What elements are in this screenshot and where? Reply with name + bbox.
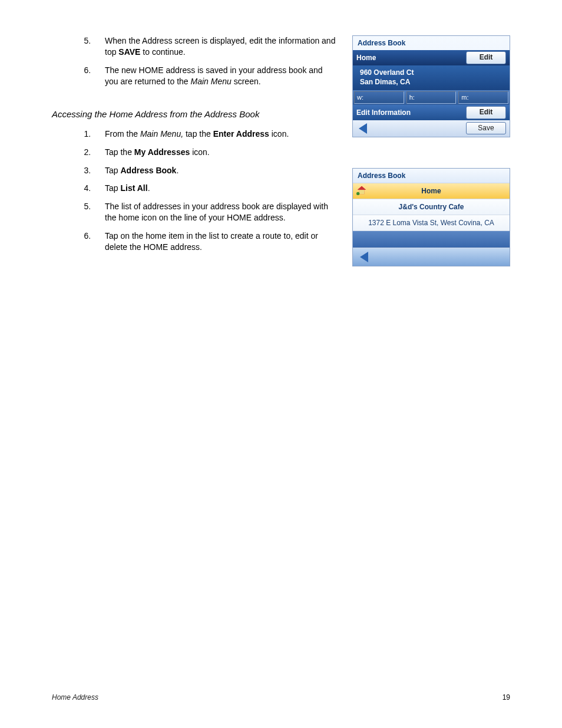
step-b2-pre: Tap the <box>105 147 134 157</box>
fig1-edit-button-2[interactable]: Edit <box>466 106 506 119</box>
step-b1-mid: tap the <box>183 129 213 139</box>
fig2-row-empty <box>353 231 510 248</box>
fig1-home-label: Home <box>356 53 376 62</box>
footer-page-number: 19 <box>503 693 510 702</box>
step-b1-post: icon. <box>269 129 289 139</box>
fig1-save-button[interactable]: Save <box>466 122 506 135</box>
svg-rect-2 <box>359 190 365 194</box>
back-icon[interactable] <box>360 252 368 262</box>
footer-section: Home Address <box>52 693 98 702</box>
step-b4-bold: List All <box>120 183 147 193</box>
fig1-phone-mobile[interactable]: m: <box>458 91 508 104</box>
fig1-addr-line2: San Dimas, CA <box>360 77 503 87</box>
fig1-edit-info-label: Edit Information <box>356 108 411 117</box>
svg-marker-1 <box>358 186 366 190</box>
fig1-address: 960 Overland Ct San Dimas, CA <box>353 65 510 90</box>
step-b3: Tap Address Book. <box>93 165 338 176</box>
step-b3-post: . <box>176 166 178 175</box>
step-b3-bold: Address Book <box>120 166 176 175</box>
step-b1-pre: From the <box>105 129 140 139</box>
step-b4: Tap List All. <box>93 183 338 194</box>
step-a6-ital: Main Menu <box>191 77 232 86</box>
step-b1: From the Main Menu, tap the Enter Addres… <box>93 129 338 140</box>
step-a5-post: to continue. <box>140 47 185 57</box>
fig1-phone-work[interactable]: w: <box>354 91 404 104</box>
figure-address-book-list: Address Book Home J&d's Country Cafe 137… <box>352 168 510 267</box>
page-footer: Home Address 19 <box>52 693 510 702</box>
step-b4-pre: Tap <box>105 183 120 193</box>
section-heading: Accessing the Home Address from the Addr… <box>52 108 338 120</box>
step-b3-pre: Tap <box>105 166 120 175</box>
step-b2-bold: My Addresses <box>134 147 190 157</box>
step-a5-bold: SAVE <box>118 47 140 57</box>
step-b5: The list of addresses in your address bo… <box>93 201 338 223</box>
step-a5: When the Address screen is displayed, ed… <box>93 35 338 58</box>
fig2-row-home[interactable]: Home <box>353 183 510 199</box>
step-b2: Tap the My Addresses icon. <box>93 147 338 158</box>
svg-point-3 <box>356 192 359 195</box>
step-b2-post: icon. <box>190 147 209 157</box>
step-b1-bold: Enter Address <box>213 129 269 139</box>
step-a6: The new HOME address is saved in your ad… <box>93 65 338 87</box>
fig1-addr-line1: 960 Overland Ct <box>360 68 503 77</box>
fig2-title: Address Book <box>353 169 510 183</box>
step-b1-ital: Main Menu, <box>140 129 183 139</box>
fig2-row-addr[interactable]: 1372 E Loma Vista St, West Covina, CA <box>353 215 510 231</box>
step-b4-post: . <box>148 183 150 193</box>
back-icon[interactable] <box>359 123 367 134</box>
fig2-row-home-label: Home <box>421 187 441 195</box>
figure-address-book-edit: Address Book Home Edit 960 Overland Ct S… <box>352 35 510 137</box>
home-icon <box>356 185 367 196</box>
fig1-edit-button-1[interactable]: Edit <box>466 51 506 64</box>
fig1-title: Address Book <box>353 36 510 50</box>
step-b6: Tap on the home item in the list to crea… <box>93 230 338 253</box>
step-a6-post: screen. <box>232 77 261 86</box>
fig1-phone-row: w: h: m: <box>353 90 510 105</box>
fig2-row-cafe[interactable]: J&d's Country Cafe <box>353 199 510 215</box>
fig1-phone-home[interactable]: h: <box>406 91 457 104</box>
